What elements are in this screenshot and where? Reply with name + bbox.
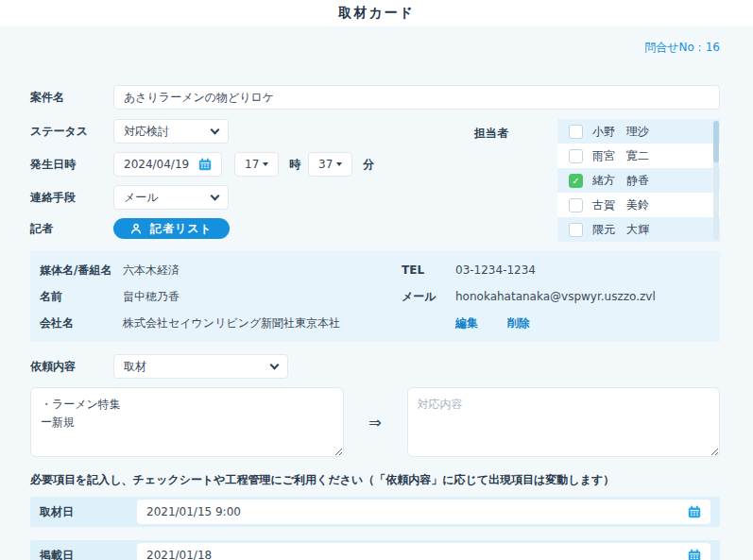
hour-value: 17	[245, 158, 259, 171]
assignee-row[interactable]: 小野 理沙	[557, 119, 720, 144]
minute-value: 37	[318, 158, 333, 171]
reporter-label: 記者	[30, 221, 113, 237]
status-select[interactable]: 対応検討	[113, 119, 229, 144]
calendar-icon[interactable]	[688, 505, 701, 518]
arrow-right-icon: ⇒	[344, 414, 407, 432]
edit-link[interactable]: 編集	[455, 316, 478, 330]
scrollbar-thumb[interactable]	[713, 121, 719, 162]
reporter-list-button[interactable]: 記者リスト	[113, 218, 230, 239]
request-type-select[interactable]: 取材	[113, 354, 288, 379]
status-label: ステータス	[30, 124, 113, 140]
status-row: ステータス 対応検討	[30, 119, 474, 144]
delete-link[interactable]: 削除	[507, 316, 530, 330]
tel-label: TEL	[402, 263, 455, 277]
request-detail-textarea[interactable]: ・ラーメン特集 ー新規	[30, 387, 344, 457]
checklist: 取材日2021/01/15 9:00掲載日2021/01/18媒体チェック問題な…	[30, 497, 720, 560]
reporter-list-button-label: 記者リスト	[150, 221, 213, 237]
person-icon	[130, 223, 142, 234]
page-title: 取材カード	[338, 5, 415, 22]
assignees-label: 担当者	[474, 119, 557, 247]
request-type-value: 取材	[124, 359, 146, 375]
company-name-value: 株式会社セイウンリビング新聞社東京本社	[123, 315, 402, 331]
minute-select[interactable]: 37	[308, 152, 352, 177]
assignee-row[interactable]: 雨宮 寛二	[557, 144, 720, 168]
checkbox-icon[interactable]	[569, 223, 583, 237]
checklist-row-label: 掲載日	[40, 548, 137, 560]
checklist-row-input[interactable]: 2021/01/18	[137, 543, 710, 560]
request-type-label: 依頼内容	[30, 359, 113, 375]
calendar-icon[interactable]	[688, 549, 701, 560]
hour-select[interactable]: 17	[234, 152, 279, 177]
assignee-row[interactable]: 古賀 美鈴	[557, 193, 720, 217]
checkbox-icon[interactable]	[569, 198, 583, 212]
checklist-row-label: 取材日	[40, 504, 137, 520]
contact-method-row: 連絡手段 メール	[30, 185, 474, 210]
case-name-row: 案件名	[30, 85, 720, 110]
tel-value: 03-1234-1234	[455, 263, 536, 277]
contact-method-select[interactable]: メール	[113, 185, 229, 210]
checklist-row-input[interactable]: 2021/01/15 9:00	[137, 500, 710, 524]
occurrence-date-picker[interactable]: 2024/04/19	[113, 152, 222, 177]
media-name-value: 六本木経済	[123, 263, 402, 279]
mail-value: honokahatanaka@vspwyr.uszzo.zvl	[455, 290, 656, 303]
reporter-row: 記者 記者リスト	[30, 218, 474, 239]
reporter-name-value: 畠中穂乃香	[123, 289, 402, 305]
company-name-label: 会社名	[40, 315, 123, 331]
assignees-section: 担当者 小野 理沙雨宮 寛二✓緒方 静香古賀 美鈴隈元 大輝	[474, 119, 720, 247]
reporter-info-card: 媒体名/番組名 六本木経済 TEL 03-1234-1234 名前 畠中穂乃香 …	[30, 251, 720, 342]
contact-method-value: メール	[124, 190, 159, 206]
inquiry-number: 問合せNo：16	[644, 40, 720, 56]
instruction-note: 必要項目を記入し、チェックシートや工程管理にご利用ください（「依頼内容」に応じて…	[30, 472, 720, 488]
response-detail-textarea[interactable]	[407, 387, 721, 457]
assignee-row[interactable]: 隈元 大輝	[557, 217, 720, 242]
status-select-value: 対応検討	[124, 124, 169, 140]
assignee-name: 雨宮 寛二	[592, 148, 649, 164]
hour-unit-label: 時	[289, 157, 300, 173]
assignee-list: 小野 理沙雨宮 寛二✓緒方 静香古賀 美鈴隈元 大輝	[557, 119, 720, 247]
assignee-name: 小野 理沙	[592, 124, 649, 140]
case-name-label: 案件名	[30, 90, 113, 106]
caret-down-icon	[336, 162, 342, 166]
chevron-down-icon	[270, 360, 280, 369]
caret-down-icon	[263, 162, 268, 166]
contact-method-label: 連絡手段	[30, 190, 113, 206]
request-type-row: 依頼内容 取材	[30, 354, 720, 379]
detail-section: ・ラーメン特集 ー新規 ⇒	[30, 387, 720, 457]
checkbox-icon[interactable]	[569, 125, 583, 139]
case-name-input[interactable]	[113, 85, 720, 110]
top-bar: 取材カード	[0, 0, 753, 26]
mail-label: メール	[402, 289, 455, 305]
reporter-name-label: 名前	[40, 289, 123, 305]
assignee-row[interactable]: ✓緒方 静香	[557, 168, 720, 193]
assignee-name: 緒方 静香	[592, 173, 649, 189]
chevron-down-icon	[211, 191, 220, 200]
media-name-label: 媒体名/番組名	[40, 263, 123, 279]
occurrence-date-value: 2024/04/19	[124, 158, 189, 171]
checklist-row-value: 2021/01/15 9:00	[146, 505, 241, 518]
assignee-name: 隈元 大輝	[592, 222, 649, 238]
chevron-down-icon	[211, 125, 220, 134]
checklist-row-value: 2021/01/18	[146, 549, 212, 560]
interview-card-form: 案件名 ステータス 対応検討 発生日時 2024/04/19	[0, 85, 753, 560]
checklist-row: 掲載日2021/01/18	[30, 540, 720, 560]
checkbox-checked-icon[interactable]: ✓	[569, 174, 583, 188]
checkbox-icon[interactable]	[569, 149, 583, 163]
checklist-row: 取材日2021/01/15 9:00	[30, 497, 720, 527]
occurrence-label: 発生日時	[30, 157, 113, 173]
minute-unit-label: 分	[363, 157, 374, 173]
assignee-name: 古賀 美鈴	[592, 197, 649, 213]
calendar-icon[interactable]	[198, 158, 212, 171]
occurrence-row: 発生日時 2024/04/19	[30, 152, 474, 177]
